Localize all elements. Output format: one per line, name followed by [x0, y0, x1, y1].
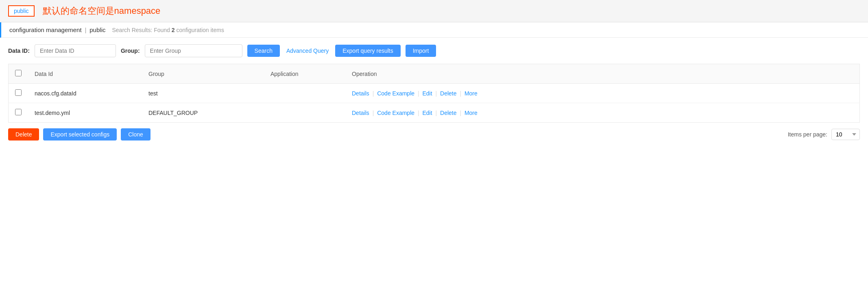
header-group: Group [142, 64, 264, 84]
search-result-info: Search Results: Found 2 configuration it… [112, 27, 224, 33]
op-delete-1[interactable]: Delete [440, 110, 456, 116]
bottom-right-pagination: Items per page: 102050100 [788, 129, 860, 140]
row-operations-1: Details | Code Example | Edit | Delete |… [345, 103, 860, 123]
group-label: Group: [121, 48, 140, 54]
op-edit-1[interactable]: Edit [422, 110, 432, 116]
header-checkbox-cell [9, 64, 28, 84]
op-delete-0[interactable]: Delete [440, 90, 456, 97]
delete-button[interactable]: Delete [8, 128, 39, 141]
row-operations-0: Details | Code Example | Edit | Delete |… [345, 84, 860, 103]
op-sep1-1: | [373, 110, 374, 116]
data-id-label: Data ID: [8, 48, 30, 54]
table-row: nacos.cfg.dataId test Details | Code Exa… [9, 84, 860, 103]
op-code-example-0[interactable]: Code Example [377, 90, 414, 97]
advanced-query-button[interactable]: Advanced Query [285, 45, 330, 57]
breadcrumb-separator: | [85, 27, 87, 33]
header-operation: Operation [345, 64, 860, 84]
row-checkbox-0[interactable] [15, 89, 22, 96]
row-dataid-1: test.demo.yml [28, 103, 142, 123]
op-more-0[interactable]: More [465, 90, 478, 97]
op-more-1[interactable]: More [465, 110, 478, 116]
table-header-row: Data Id Group Application Operation [9, 64, 860, 84]
row-checkbox-cell [9, 84, 28, 103]
row-checkbox-cell [9, 103, 28, 123]
clone-button[interactable]: Clone [121, 128, 150, 141]
op-code-example-1[interactable]: Code Example [377, 110, 414, 116]
op-details-0[interactable]: Details [352, 90, 369, 97]
op-sep1-0: | [373, 90, 374, 97]
select-all-checkbox[interactable] [15, 70, 22, 76]
namespace-tag[interactable]: public [8, 5, 35, 17]
breadcrumb-section2: public [89, 26, 105, 33]
op-sep2-0: | [418, 90, 419, 97]
op-edit-0[interactable]: Edit [422, 90, 432, 97]
per-page-select[interactable]: 102050100 [831, 129, 860, 140]
op-sep2-1: | [418, 110, 419, 116]
group-input[interactable] [145, 44, 242, 57]
op-details-1[interactable]: Details [352, 110, 369, 116]
row-group-0: test [142, 84, 264, 103]
row-application-0 [264, 84, 345, 103]
op-sep4-1: | [460, 110, 461, 116]
row-checkbox-1[interactable] [15, 109, 22, 115]
bottom-left-actions: Delete Export selected configs Clone [8, 128, 150, 141]
table-row: test.demo.yml DEFAULT_GROUP Details | Co… [9, 103, 860, 123]
import-button[interactable]: Import [406, 45, 436, 57]
breadcrumb-bar: configuration management | public Search… [0, 22, 868, 38]
search-button[interactable]: Search [247, 45, 280, 57]
export-query-button[interactable]: Export query results [335, 45, 401, 57]
op-sep3-1: | [435, 110, 437, 116]
breadcrumb-section1: configuration management [9, 26, 82, 33]
header-application: Application [264, 64, 345, 84]
config-table-wrapper: Data Id Group Application Operation naco… [0, 64, 868, 123]
row-dataid-0: nacos.cfg.dataId [28, 84, 142, 103]
per-page-label: Items per page: [788, 131, 827, 138]
header-title: 默认的命名空间是namespace [43, 5, 161, 17]
search-result-suffix: configuration items [175, 27, 224, 33]
op-sep3-0: | [435, 90, 437, 97]
row-group-1: DEFAULT_GROUP [142, 103, 264, 123]
row-application-1 [264, 103, 345, 123]
bottom-bar: Delete Export selected configs Clone Ite… [0, 123, 868, 146]
search-bar: Data ID: Group: Search Advanced Query Ex… [0, 38, 868, 64]
search-result-count: 2 [172, 27, 175, 33]
search-result-prefix: Search Results: Found [112, 27, 171, 33]
header-bar: public 默认的命名空间是namespace [0, 0, 868, 22]
export-selected-button[interactable]: Export selected configs [43, 128, 117, 141]
op-sep4-0: | [460, 90, 461, 97]
data-id-input[interactable] [35, 44, 116, 57]
header-dataid: Data Id [28, 64, 142, 84]
config-table: Data Id Group Application Operation naco… [8, 64, 860, 123]
